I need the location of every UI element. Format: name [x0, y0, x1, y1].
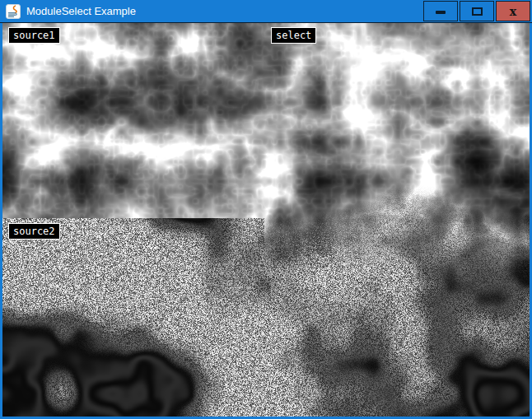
maximize-button[interactable]	[460, 1, 494, 21]
select-label: select	[271, 27, 316, 44]
maximize-icon	[472, 7, 483, 16]
titlebar[interactable]: ModuleSelect Example x	[0, 0, 532, 23]
window-title: ModuleSelect Example	[26, 0, 136, 22]
source2-label: source2	[8, 223, 60, 240]
client-area: source1 select source2	[2, 23, 530, 417]
minimize-button[interactable]	[423, 1, 458, 21]
java-app-icon	[6, 4, 21, 19]
close-button[interactable]: x	[496, 1, 530, 21]
minimize-icon	[436, 11, 446, 14]
window-controls: x	[423, 1, 530, 21]
app-window: ModuleSelect Example x source1 select so…	[0, 0, 532, 419]
source1-label: source1	[8, 27, 60, 44]
source1-noise-image	[2, 23, 264, 218]
close-icon: x	[510, 6, 516, 17]
source2-noise-image	[2, 218, 264, 417]
